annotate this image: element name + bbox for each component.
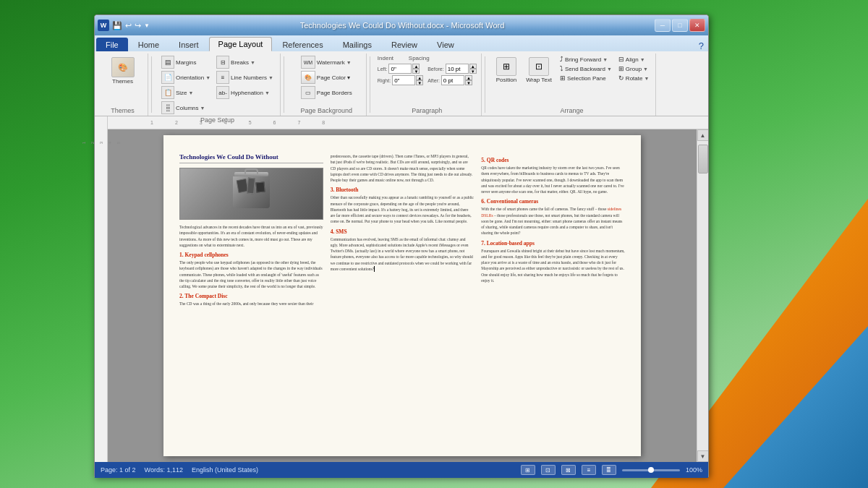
indent-left-arrows[interactable]: ▲ ▼ [412, 64, 420, 74]
orientation-label: Orientation [176, 74, 204, 81]
hyphenation-dropdown-icon: ▼ [265, 90, 270, 95]
spacing-before-arrows[interactable]: ▲ ▼ [469, 64, 477, 74]
align-button[interactable]: ⊟ Align ▼ [616, 55, 652, 64]
breaks-dropdown-icon: ▼ [250, 60, 255, 65]
tab-view[interactable]: View [427, 38, 464, 51]
tab-references[interactable]: References [273, 38, 332, 51]
page-setup-group-label: Page Setup [159, 115, 276, 124]
indent-left-control[interactable]: 0" ▲ ▼ [388, 64, 420, 74]
spacing-before-down[interactable]: ▼ [469, 69, 477, 74]
themes-button[interactable]: 🎨 Themes [108, 55, 138, 87]
section-1-text: The only people who use keypad cellphone… [179, 260, 323, 289]
bring-forward-label: Bring Forward [565, 56, 601, 63]
page-color-button[interactable]: 🎨 Page Color ▾ [299, 70, 352, 85]
minimize-button[interactable]: ─ [655, 19, 671, 32]
scroll-up-button[interactable]: ▲ [697, 129, 709, 141]
scroll-down-button[interactable]: ▼ [697, 450, 709, 462]
maximize-button[interactable]: □ [672, 19, 688, 32]
section-5-heading: 5. QR codes [481, 157, 625, 163]
full-screen-view-button[interactable]: ⊡ [541, 465, 556, 475]
doc-scroll-area: Technologies We Could Do Without [108, 129, 697, 462]
column-1: Technologies We Could Do Without [179, 153, 323, 309]
spacing-before-up[interactable]: ▲ [469, 64, 477, 69]
spacing-after-down[interactable]: ▼ [465, 80, 472, 85]
outline-view-button[interactable]: ≡ [582, 465, 596, 475]
before-label: Before: [427, 67, 444, 72]
indent-left-up[interactable]: ▲ [412, 64, 420, 69]
undo-icon[interactable]: ↩ [125, 21, 132, 30]
section-7-heading: 7. Location-based apps [481, 240, 625, 247]
scroll-thumb[interactable] [698, 145, 708, 174]
spacing-before-control[interactable]: 10 pt ▲ ▼ [446, 64, 477, 74]
spacing-after-arrows[interactable]: ▲ ▼ [465, 75, 472, 85]
spacing-before-value[interactable]: 10 pt [446, 64, 469, 74]
breaks-button[interactable]: ⊟ Breaks ▼ [214, 55, 276, 69]
hyphenation-button[interactable]: ab- Hyphenation ▼ [214, 85, 276, 100]
right-label: Right: [378, 78, 391, 83]
rotate-label: Rotate [626, 75, 643, 82]
bring-forward-button[interactable]: ⤴ Bring Forward ▼ [558, 55, 614, 64]
close-button[interactable]: ✕ [689, 19, 705, 32]
indent-right-up[interactable]: ▲ [416, 75, 423, 80]
line-numbers-button[interactable]: ≡ Line Numbers ▼ [214, 70, 276, 85]
column-2: predecessors, the cassette tape (drivers… [331, 153, 475, 309]
watermark-icon: WM [301, 56, 315, 69]
watermark-button[interactable]: WM Watermark ▼ [299, 55, 354, 69]
indent-left-value[interactable]: 0" [388, 64, 412, 74]
position-label: Position [496, 77, 516, 83]
ribbon-help-icon[interactable]: ? [699, 40, 704, 51]
word-page[interactable]: Technologies We Could Do Without [163, 135, 641, 456]
orientation-dropdown-icon: ▼ [205, 75, 210, 80]
left-label: Left: [378, 67, 388, 72]
line-numbers-dropdown-icon: ▼ [268, 75, 273, 80]
themes-label: Themes [112, 78, 133, 85]
spacing-after-up[interactable]: ▲ [465, 75, 472, 80]
spacing-after-value[interactable]: 0 pt [441, 75, 464, 85]
send-backward-button[interactable]: ⤵ Send Backward ▼ [558, 64, 614, 73]
print-layout-view-button[interactable]: ⊞ [521, 465, 535, 475]
indent-right-value[interactable]: 0" [392, 75, 415, 85]
selection-pane-button[interactable]: ⊞ Selection Pane [558, 74, 614, 82]
wrap-text-button[interactable]: ⊡ Wrap Text [522, 55, 556, 85]
spacing-after-control[interactable]: 0 pt ▲ ▼ [441, 75, 472, 85]
tab-insert[interactable]: Insert [169, 38, 208, 51]
indent-left-down[interactable]: ▼ [412, 69, 420, 74]
indent-right-arrows[interactable]: ▲ ▼ [416, 75, 423, 85]
tab-file[interactable]: File [96, 38, 128, 51]
save-icon[interactable]: 💾 [112, 21, 122, 30]
zoom-thumb[interactable] [648, 467, 654, 473]
web-layout-view-button[interactable]: ⊠ [561, 465, 576, 475]
size-button[interactable]: 📋 Size ▼ [159, 85, 213, 100]
position-button[interactable]: ⊞ Position [493, 55, 520, 85]
scroll-track[interactable] [697, 141, 708, 450]
tab-page-layout[interactable]: Page Layout [209, 37, 273, 51]
page-borders-button[interactable]: ▭ Page Borders [299, 85, 354, 100]
main-area: 1 2 3 4 5 1 2 3 4 5 6 7 [95, 116, 708, 462]
page-borders-icon: ▭ [301, 86, 315, 99]
align-icon: ⊟ [618, 56, 624, 63]
size-dropdown-icon: ▼ [189, 90, 194, 95]
qa-dropdown-icon[interactable]: ▼ [144, 22, 150, 29]
tab-mailings[interactable]: Mailings [333, 38, 381, 51]
indent-right-control[interactable]: 0" ▲ ▼ [392, 75, 423, 85]
size-label: Size [176, 90, 187, 96]
draft-view-button[interactable]: ≣ [602, 465, 616, 475]
breaks-icon: ⊟ [216, 56, 229, 69]
group-button[interactable]: ⊞ Group ▼ [616, 64, 652, 73]
columns-button[interactable]: ⣿ Columns ▼ [159, 100, 213, 115]
indent-right-down[interactable]: ▼ [416, 80, 423, 85]
orientation-button[interactable]: 📄 Orientation ▼ [159, 70, 213, 85]
word-window: W 💾 ↩ ↪ ▼ Technologies We Could Do Witho… [94, 14, 709, 477]
redo-icon[interactable]: ↪ [135, 21, 141, 30]
hyphenation-label: Hyphenation [231, 90, 263, 96]
margins-button[interactable]: ▤ Margins [159, 55, 213, 69]
section-4-text: Communication has evolved, leaving SMS a… [331, 236, 475, 273]
send-backward-icon: ⤵ [560, 65, 563, 72]
word-app-icon: W [98, 20, 109, 31]
ribbon-group-page-bg: WM Watermark ▼ 🎨 Page Color ▾ ▭ Page Bor… [287, 53, 367, 116]
rotate-button[interactable]: ↻ Rotate ▼ [616, 74, 652, 82]
tab-home[interactable]: Home [129, 38, 169, 51]
zoom-slider[interactable] [622, 469, 680, 471]
breaks-label: Breaks [231, 59, 249, 66]
tab-review[interactable]: Review [382, 38, 427, 51]
